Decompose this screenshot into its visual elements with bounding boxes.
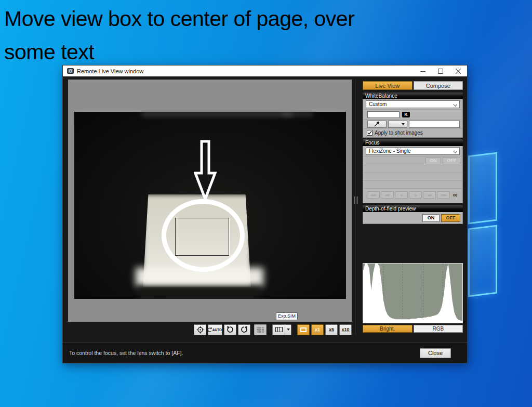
split-view-dropdown-button[interactable]: [285, 324, 291, 335]
auto-label: AUTO: [212, 328, 222, 332]
focus-empty-row: [363, 181, 462, 189]
page-shadow: [137, 286, 261, 299]
dof-on-button[interactable]: ON: [422, 214, 440, 222]
windows-logo-pane: [468, 225, 497, 297]
zoom-x5-label: x5: [329, 327, 334, 332]
focus-near-2-button[interactable]: <<: [381, 191, 394, 199]
close-icon: [456, 69, 461, 74]
rotate-arrow-icon: [208, 326, 212, 333]
histogram-bright-button[interactable]: Bright.: [363, 325, 413, 333]
af-off-button[interactable]: OFF: [443, 157, 460, 164]
dof-preview-header: Depth-of-field preview: [363, 205, 463, 212]
zoom-x10-label: x10: [341, 327, 349, 332]
close-button[interactable]: Close: [420, 348, 451, 358]
window-titlebar[interactable]: Remote Live View window: [63, 65, 467, 76]
window-body: Exp.SIM AUTO: [63, 76, 467, 363]
dof-preview-block: ON OFF: [363, 212, 463, 224]
dropdown-arrow-icon: [402, 123, 405, 125]
liveview-image[interactable]: [74, 112, 346, 299]
target-icon: [196, 326, 204, 334]
view-box-icon: [300, 327, 307, 332]
rotate-right-icon: [241, 326, 248, 333]
whitebalance-mode-select[interactable]: Custom: [366, 100, 460, 108]
zoom-x10-button[interactable]: x10: [339, 324, 352, 335]
color-temperature-input[interactable]: [367, 111, 400, 118]
chevron-down-icon: [453, 102, 457, 107]
windows-logo: [464, 146, 501, 299]
split-view-button[interactable]: [272, 324, 285, 335]
instruction-caption-line2: some text: [4, 35, 354, 69]
focus-view-box[interactable]: [175, 218, 229, 256]
rotate-left-button[interactable]: [224, 324, 236, 335]
split-view-icon: [275, 327, 283, 332]
rotate-left-icon: [227, 326, 234, 333]
focus-near-3-button[interactable]: <<<: [367, 191, 380, 199]
annotation-arrow-icon: [194, 140, 217, 201]
show-view-box-button[interactable]: [297, 324, 310, 335]
zoom-x1-button[interactable]: x1: [311, 324, 324, 335]
infinity-symbol: ∞: [453, 191, 458, 199]
whitebalance-dropdown-button[interactable]: [388, 121, 407, 128]
tab-live-view[interactable]: Live View: [363, 81, 413, 90]
grid-icon: [257, 327, 264, 333]
focus-point-button[interactable]: [194, 324, 206, 335]
grid-overlay-button[interactable]: [254, 324, 267, 335]
panel-divider-grip[interactable]: [354, 196, 358, 204]
histogram: [363, 263, 463, 323]
af-on-button[interactable]: ON: [425, 157, 441, 164]
app-icon: [67, 68, 74, 74]
maximize-icon: [438, 69, 443, 74]
statusbar: To control the focus, set the lens switc…: [63, 343, 467, 363]
histogram-plot: [363, 264, 462, 323]
zoom-x1-label: x1: [315, 327, 320, 332]
focus-mode-value: FlexiZone - Single: [369, 148, 411, 154]
instruction-caption: Move view box to center of page, over so…: [4, 2, 354, 69]
exposure-simulation-badge: Exp.SIM: [276, 312, 298, 320]
chevron-down-icon: [453, 149, 457, 153]
eyedropper-button[interactable]: [367, 121, 387, 128]
remote-live-view-window: Remote Live View window: [62, 65, 468, 363]
rotate-right-button[interactable]: [238, 324, 250, 335]
histogram-rgb-button[interactable]: RGB: [414, 325, 463, 333]
focus-empty-row: [363, 165, 462, 173]
image-highlight: [142, 112, 292, 116]
apply-to-shot-images-label: Apply to shot images: [375, 130, 423, 136]
dropdown-arrow-icon: [287, 329, 290, 331]
windows-logo-pane: [468, 152, 497, 225]
desktop-wallpaper: Move view box to center of page, over so…: [0, 0, 532, 407]
control-panel: Live View Compose WhiteBalance Custom K: [363, 76, 463, 364]
window-title: Remote Live View window: [77, 68, 143, 74]
maximize-button[interactable]: [432, 65, 449, 76]
panel-divider: [355, 80, 356, 335]
tab-compose[interactable]: Compose: [414, 81, 463, 90]
histogram-mode-buttons: Bright. RGB: [363, 325, 463, 333]
instruction-caption-line1: Move view box to center of page, over: [4, 2, 354, 35]
liveview-panel: Exp.SIM: [68, 80, 352, 322]
whitebalance-mode-value: Custom: [369, 101, 387, 107]
eyedropper-icon: [374, 121, 380, 127]
check-icon: [367, 130, 372, 135]
focus-mode-select[interactable]: FlexiZone - Single: [366, 147, 460, 155]
status-message: To control the focus, set the lens switc…: [69, 350, 183, 356]
focus-far-1-button[interactable]: >: [409, 191, 422, 199]
minimize-button[interactable]: [414, 65, 432, 76]
focus-empty-row: [363, 173, 462, 181]
kelvin-badge: K: [402, 112, 410, 117]
focus-far-3-button[interactable]: >>>: [437, 191, 450, 199]
zoom-x5-button[interactable]: x5: [325, 324, 338, 335]
focus-block: FlexiZone - Single ON OFF <<< << <: [363, 146, 463, 203]
focus-header: Focus: [363, 139, 463, 146]
image-highlight: [282, 112, 313, 116]
whitebalance-value-input[interactable]: [409, 121, 460, 128]
focus-far-2-button[interactable]: >>: [423, 191, 436, 199]
whitebalance-header: WhiteBalance: [363, 93, 463, 99]
panel-tabs: Live View Compose: [363, 81, 463, 90]
apply-to-shot-images-checkbox[interactable]: [367, 130, 373, 136]
whitebalance-block: Custom K: [363, 99, 463, 138]
liveview-toolbar: AUTO: [68, 324, 352, 335]
minimize-icon: [420, 69, 425, 74]
auto-rotate-button[interactable]: AUTO: [208, 324, 222, 335]
dof-off-button[interactable]: OFF: [441, 214, 460, 222]
focus-near-1-button[interactable]: <: [395, 191, 408, 199]
close-window-button[interactable]: [449, 65, 467, 76]
